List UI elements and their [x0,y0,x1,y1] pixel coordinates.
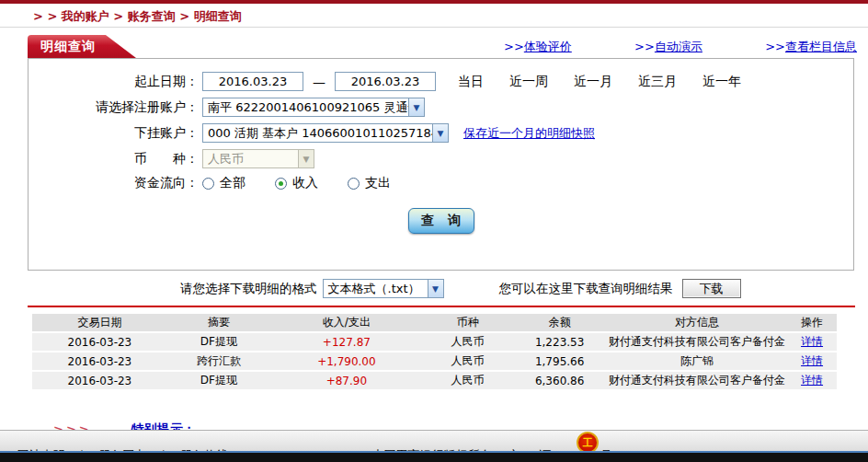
chevron-down-icon: ▼ [408,98,424,116]
sub-account-row: 下挂账户： 000 活期 基本户 1406600101102571848 ▼ 保… [29,123,853,143]
link-experience-review[interactable]: >>体验评价 [504,39,572,55]
flow-option-income[interactable]: 收入 [275,175,318,191]
quick-range-quarter[interactable]: 近三月 [638,74,677,90]
date-to-input[interactable] [335,72,436,91]
date-from-input[interactable] [202,72,303,91]
download-row: 请您选择下载明细的格式 文本格式（.txt） ▼ 您可以在这里下载查询明细结果 … [28,278,855,299]
bottom-dark-bar [0,451,868,462]
cell-currency: 人民币 [423,352,512,370]
link-prefix: >> [634,40,655,53]
cell-date: 2016-03-23 [32,333,167,351]
chevron-down-icon: ▼ [428,280,443,297]
cell-amount: +87.90 [270,372,423,389]
link-view-column-info[interactable]: >>查看栏目信息 [765,39,857,55]
col-header-date: 交易日期 [32,314,167,331]
radio-checked-icon[interactable] [275,178,287,190]
link-prefix: >> [765,40,785,53]
register-account-select[interactable]: 南平 6222001406100921065 灵通卡 ▼ [202,98,425,117]
col-header-action: 操作 [787,314,837,331]
breadcrumb-divider [0,27,868,28]
flow-direction-row: 资金流向： 全部 收入 支出 [29,175,853,191]
table-row: 2016-03-23 DF提现 +127.87 人民币 1,223.53 财付通… [32,333,837,351]
transaction-table: 交易日期 摘要 收入/支出 币种 余额 对方信息 操作 2016-03-23 D… [32,312,837,391]
cell-counterparty: 财付通支付科技有限公司客户备付金 [607,333,787,351]
cell-balance: 6,360.86 [512,372,607,389]
chevron-down-icon: ▼ [298,150,314,167]
col-header-currency: 币种 [423,314,512,331]
flow-option-all[interactable]: 全部 [202,175,246,191]
cell-summary: DF提现 [167,333,270,351]
link-label: 查看栏目信息 [785,40,857,53]
save-snapshot-link[interactable]: 保存近一个月的明细快照 [463,125,595,142]
sub-account-select[interactable]: 000 活期 基本户 1406600101102571848 ▼ [202,123,449,143]
detail-link[interactable]: 详情 [801,354,823,367]
breadcrumb: > > 我的账户 > 账务查询 > 明细查询 [33,8,242,25]
quick-range-year[interactable]: 近一年 [702,74,741,90]
tab-title: 明细查询 [40,39,96,55]
cell-date: 2016-03-23 [32,372,167,389]
flow-option-label: 支出 [365,175,391,191]
quick-range-month[interactable]: 近一月 [574,74,612,90]
table-row: 2016-03-23 跨行汇款 +1,790.00 人民币 1,795.66 陈… [32,352,837,370]
cell-counterparty: 财付通支付科技有限公司客户备付金 [607,372,787,389]
top-links: >>体验评价 >>自动演示 >>查看栏目信息 [504,39,857,55]
footer-bar: 网站声明｜服务网点｜服务热线95588 中国工商银行版权所有京ICP证 0302… [0,430,868,451]
register-account-row: 请选择注册账户： 南平 6222001406100921065 灵通卡 ▼ [29,98,853,117]
col-header-balance: 余额 [512,314,607,331]
col-header-amount: 收入/支出 [270,314,423,331]
register-account-value: 南平 6222001406100921065 灵通卡 [203,98,408,116]
flow-option-expense[interactable]: 支出 [348,175,391,191]
quick-range-today[interactable]: 当日 [458,74,484,90]
col-header-summary: 摘要 [167,314,270,331]
radio-unchecked-icon[interactable] [348,178,360,190]
cell-summary: 跨行汇款 [167,352,270,370]
cell-amount: +127.87 [270,333,423,351]
cell-amount: +1,790.00 [270,352,423,370]
currency-row: 币 种： 人民币 ▼ [29,149,853,168]
breadcrumb-separator: > [176,9,194,23]
top-red-bar [0,0,868,4]
currency-label: 币 种： [29,151,199,167]
table-top-red-line [28,306,855,307]
cell-date: 2016-03-23 [32,352,167,370]
download-format-select[interactable]: 文本格式（.txt） ▼ [323,279,444,298]
flow-option-label: 收入 [292,175,318,191]
table-header-row: 交易日期 摘要 收入/支出 币种 余额 对方信息 操作 [32,314,837,331]
tab-detail-query[interactable]: 明细查询 [28,35,136,58]
query-button[interactable]: 查 询 [408,208,474,234]
link-label: 自动演示 [655,40,702,53]
breadcrumb-item-detail-query: 明细查询 [194,9,242,23]
date-range-row: 起止日期： — 当日 近一周 近一月 近三月 近一年 [29,72,853,91]
breadcrumb-item-account-query[interactable]: 账务查询 [128,9,176,23]
flow-direction-label: 资金流向： [29,175,199,191]
date-range-label: 起止日期： [29,74,199,90]
breadcrumb-separator: > [109,9,128,23]
cell-balance: 1,795.66 [512,352,607,370]
breadcrumb-item-my-account[interactable]: 我的账户 [62,9,109,23]
currency-select-disabled: 人民币 ▼ [202,149,314,168]
chevron-down-icon: ▼ [432,124,448,142]
date-range-dash: — [313,75,326,89]
flow-radio-group: 全部 收入 支出 [202,175,420,191]
register-account-label: 请选择注册账户： [29,99,199,116]
quick-date-ranges: 当日 近一周 近一月 近三月 近一年 [458,74,767,90]
cell-currency: 人民币 [423,333,512,351]
quick-range-week[interactable]: 近一周 [509,74,548,90]
radio-unchecked-icon[interactable] [202,178,214,190]
currency-value: 人民币 [203,150,298,167]
download-button[interactable]: 下载 [682,279,741,298]
cell-currency: 人民币 [423,372,512,389]
detail-link[interactable]: 详情 [801,374,823,387]
flow-option-label: 全部 [220,175,246,191]
link-prefix: >> [504,40,524,53]
detail-link[interactable]: 详情 [801,335,823,348]
sub-account-value: 000 活期 基本户 1406600101102571848 [203,124,432,142]
sub-account-label: 下挂账户： [29,125,199,142]
query-button-row: 查 询 [29,208,853,234]
link-label: 体验评价 [524,40,572,53]
link-auto-demo[interactable]: >>自动演示 [634,39,702,55]
cell-summary: DF提现 [167,372,270,389]
download-format-value: 文本格式（.txt） [324,280,428,297]
download-format-label: 请您选择下载明细的格式 [180,281,317,297]
download-hint: 您可以在这里下载查询明细结果 [499,281,673,297]
